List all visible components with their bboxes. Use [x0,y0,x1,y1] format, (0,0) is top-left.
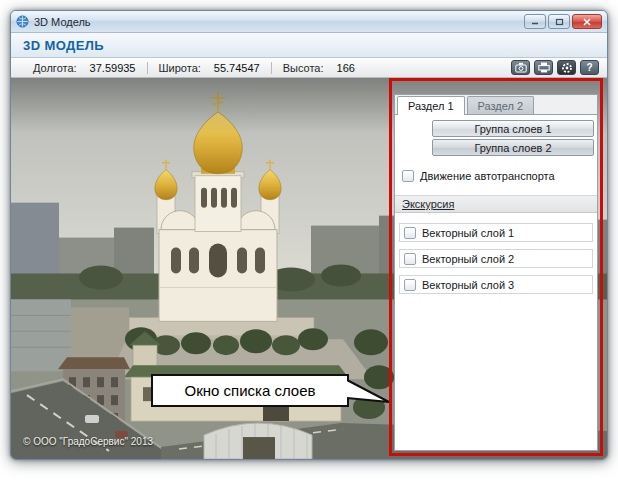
camera-button[interactable] [511,60,530,75]
page-title: 3D МОДЕЛЬ [23,38,104,53]
toolbar-buttons: ? [511,60,599,75]
titlebar[interactable]: 3D Модель [11,11,607,33]
longitude-readout: Долгота: 37.59935 [33,62,136,74]
layer-label: Векторный слой 3 [422,279,514,291]
tab-razdel-2[interactable]: Раздел 2 [467,96,535,114]
annotation-box: Раздел 1 Раздел 2 Группа слоев 1 Группа … [389,78,603,456]
printer-icon [538,62,550,73]
checkbox-vector-2[interactable] [404,253,416,265]
window-title: 3D Модель [34,16,91,28]
minimize-icon [531,18,539,25]
copyright: © ООО "ГрадоСервис" 2013 [23,436,153,447]
layer-row-vector-3[interactable]: Векторный слой 3 [399,275,593,294]
camera-icon [515,62,527,73]
layer-label: Движение автотранспорта [420,170,555,182]
hangar [204,423,312,459]
close-button[interactable] [572,14,602,29]
layer-label: Векторный слой 1 [422,227,514,239]
layer-row-vector-2[interactable]: Векторный слой 2 [399,249,593,268]
window-controls [524,14,602,29]
layer-row-traffic[interactable]: Движение автотранспорта [398,166,594,185]
layer-group-1-button[interactable]: Группа слоев 1 [432,120,594,137]
layer-group-2-button[interactable]: Группа слоев 2 [432,139,594,156]
print-button[interactable] [534,60,553,75]
tab-razdel-1[interactable]: Раздел 1 [397,96,465,115]
altitude-readout: Высота: 166 [283,62,355,74]
excursion-link[interactable]: Экскурсия [402,198,454,210]
gear-icon [561,62,573,74]
toolbar: Долгота: 37.59935 Широта: 55.74547 Высот… [11,58,607,78]
checkbox-traffic[interactable] [402,170,414,182]
panel-body: Группа слоев 1 Группа слоев 2 Движение а… [395,115,597,450]
help-icon: ? [586,63,592,73]
minimize-button[interactable] [524,14,546,29]
checkbox-vector-3[interactable] [404,279,416,291]
settings-button[interactable] [557,60,576,75]
layer-label: Векторный слой 2 [422,253,514,265]
help-button[interactable]: ? [580,60,599,75]
callout-label: Окно списка слоев [151,374,349,407]
excursion-row[interactable]: Экскурсия [395,195,597,213]
maximize-icon [555,18,564,26]
divider [147,62,148,74]
close-icon [583,18,591,26]
divider [271,62,272,74]
app-window: 3D Модель 3D МОДЕЛЬ Долгота: 37.59935 Ши… [10,10,608,460]
panel-tabs: Раздел 1 Раздел 2 [395,95,597,115]
maximize-button[interactable] [548,14,570,29]
app-header: 3D МОДЕЛЬ [11,33,607,58]
callout-arrow-icon [347,376,391,406]
checkbox-vector-1[interactable] [404,227,416,239]
latitude-readout: Широта: 55.74547 [159,62,260,74]
layers-panel: Раздел 1 Раздел 2 Группа слоев 1 Группа … [394,94,598,451]
callout-text: Окно списка слоев [184,382,315,399]
layer-row-vector-1[interactable]: Векторный слой 1 [399,223,593,242]
app-icon [16,15,29,28]
viewport-area: © ООО "ГрадоСервис" 2013 Окно списка сло… [11,78,607,459]
